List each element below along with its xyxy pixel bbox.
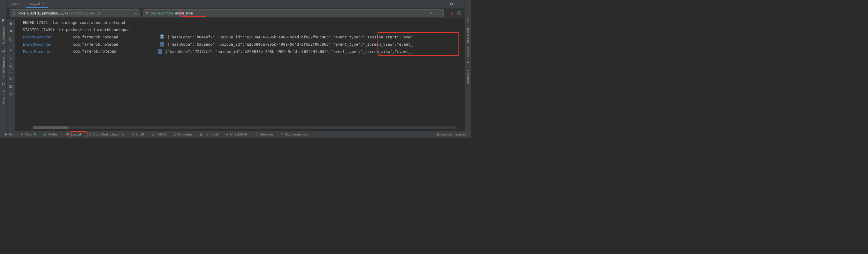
device-selector[interactable]: Pixel 6 API 31 (emulator-5554) Android 1… — [10, 9, 140, 17]
log-json: {"hashCode":"b0e49f7","unique_id":"e2608… — [167, 35, 413, 39]
log-line: EventRecorder com.farmerbb.notepad I{"ha… — [15, 33, 465, 40]
tool-terminal[interactable]: Terminal — [199, 132, 219, 137]
log-level-badge: I — [160, 34, 164, 39]
scroll-up-icon[interactable] — [7, 48, 14, 54]
chevron-down-icon: ▾ — [135, 11, 137, 16]
phone-icon — [12, 11, 16, 16]
svg-point-13 — [10, 86, 11, 87]
pause-icon[interactable] — [7, 28, 14, 34]
app-inspection-icon — [280, 133, 284, 136]
log-package: com.farmerbb.notepad — [73, 42, 118, 47]
todo-icon — [151, 133, 155, 136]
right-tool-rail: Device File Explorer Emulator — [465, 0, 471, 131]
rail-build-variants[interactable]: Build Variants — [1, 57, 5, 78]
svg-rect-28 — [437, 133, 439, 135]
run-icon — [21, 133, 24, 136]
svg-rect-14 — [10, 85, 11, 86]
rail-bookmarks[interactable]: Bookmarks — [1, 27, 5, 44]
tool-services[interactable]: Services — [254, 132, 274, 137]
tool-todo[interactable]: TODO — [150, 132, 167, 137]
tool-profiler[interactable]: Profiler — [42, 132, 60, 137]
svg-rect-29 — [438, 134, 439, 135]
scrollbar-thumb[interactable] — [33, 126, 69, 129]
settings-icon[interactable] — [447, 1, 456, 7]
logcat-tab-strip: Logcat: Logcat ✕ ＋ — [7, 0, 465, 8]
clear-logcat-icon[interactable] — [7, 20, 14, 27]
tool-layout-inspector[interactable]: Layout Inspector — [435, 132, 468, 137]
tool-problems[interactable]: Problems — [172, 132, 194, 137]
svg-text:?: ? — [459, 12, 460, 15]
log-package: com.farmerbb.notepad — [73, 35, 118, 39]
tool-build[interactable]: Build — [130, 132, 145, 137]
emulator-icon[interactable] — [466, 62, 470, 66]
bookmark-icon[interactable] — [1, 18, 5, 22]
minimize-icon[interactable] — [457, 1, 465, 7]
clear-filter-icon[interactable]: ✕ — [429, 11, 434, 16]
tool-app-quality[interactable]: App Quality Insights — [87, 132, 125, 137]
profiler-icon — [43, 133, 46, 136]
svg-rect-3 — [459, 4, 462, 4]
structure-icon[interactable] — [1, 82, 5, 86]
log-line: ENDED (7351) for package com.farmerbb.no… — [15, 19, 465, 26]
screenshot-icon[interactable] — [7, 83, 14, 89]
log-level-badge: I — [160, 42, 164, 47]
svg-rect-12 — [9, 85, 12, 87]
app-quality-icon — [89, 133, 92, 136]
checkstyle-icon — [225, 133, 229, 136]
log-tag: EventRecorder — [23, 42, 53, 47]
close-icon[interactable]: ✕ — [42, 1, 45, 5]
bottom-tool-bar: Git Run Profiler Logcat App Quality Insi… — [0, 131, 471, 138]
svg-line-27 — [282, 135, 283, 136]
device-subtitle: Android 12, API 31 — [70, 11, 100, 16]
logcat-filter-input[interactable]: package:mine event_type ✕ ☆ — [143, 9, 444, 17]
layout-inspector-icon — [436, 133, 440, 136]
device-name: Pixel 6 API 31 (emulator-5554) — [19, 11, 68, 16]
tool-logcat[interactable]: Logcat — [65, 132, 83, 137]
svg-rect-2 — [467, 63, 469, 65]
problems-icon — [173, 133, 177, 136]
tool-checkstyle[interactable]: CheckStyle — [224, 132, 249, 137]
split-icon[interactable] — [7, 75, 14, 82]
log-package: com.farerbb.notepad — [73, 49, 116, 54]
favorite-filter-icon[interactable]: ☆ — [436, 11, 441, 16]
annotation-label-2: 2 — [451, 10, 453, 16]
svg-rect-21 — [200, 133, 203, 135]
svg-point-25 — [256, 134, 257, 135]
screen-record-icon[interactable] — [7, 91, 14, 97]
running-indicator — [34, 133, 36, 135]
tool-git[interactable]: Git — [3, 132, 15, 137]
rail-device-file-explorer[interactable]: Device File Explorer — [466, 27, 470, 57]
panel-title: Logcat: — [10, 2, 22, 6]
restart-icon[interactable] — [7, 36, 14, 43]
svg-rect-1 — [467, 19, 469, 22]
build-icon — [131, 133, 135, 136]
rail-emulator[interactable]: Emulator — [466, 70, 470, 84]
svg-rect-8 — [10, 30, 10, 32]
git-icon — [4, 133, 7, 136]
variants-icon[interactable] — [1, 48, 5, 52]
tool-run[interactable]: Run — [20, 132, 37, 137]
svg-point-22 — [226, 134, 228, 135]
filter-text: event_type — [175, 11, 193, 16]
logcat-icon — [66, 133, 69, 136]
logcat-output[interactable]: ENDED (7351) for package com.farmerbb.no… — [15, 19, 465, 131]
log-tag: EventRecorder — [23, 49, 53, 54]
log-line: EventRecorder com.farerbb.notepad I{"has… — [15, 48, 465, 55]
svg-rect-5 — [14, 14, 14, 15]
device-explorer-icon[interactable] — [466, 18, 470, 22]
svg-rect-15 — [9, 93, 11, 95]
log-line: STARTED (7499) for package com.farmerbb.… — [15, 26, 465, 33]
tab-logcat[interactable]: Logcat ✕ — [26, 0, 48, 8]
log-tag: EventRecorder — [23, 35, 53, 39]
rail-structure[interactable]: Structure — [1, 90, 5, 104]
soft-wrap-icon[interactable] — [7, 63, 14, 70]
log-json: {"hashCode":"636aed0","unique_id":"e2608… — [167, 42, 413, 47]
scroll-down-icon[interactable] — [7, 55, 14, 62]
add-tab-button[interactable]: ＋ — [52, 0, 60, 7]
terminal-icon — [200, 133, 203, 136]
tool-app-inspection[interactable]: App Inspection — [279, 132, 309, 137]
help-icon[interactable]: ? — [457, 11, 462, 16]
svg-point-24 — [257, 133, 258, 134]
logcat-gutter — [7, 19, 15, 131]
horizontal-scrollbar[interactable] — [33, 126, 457, 129]
